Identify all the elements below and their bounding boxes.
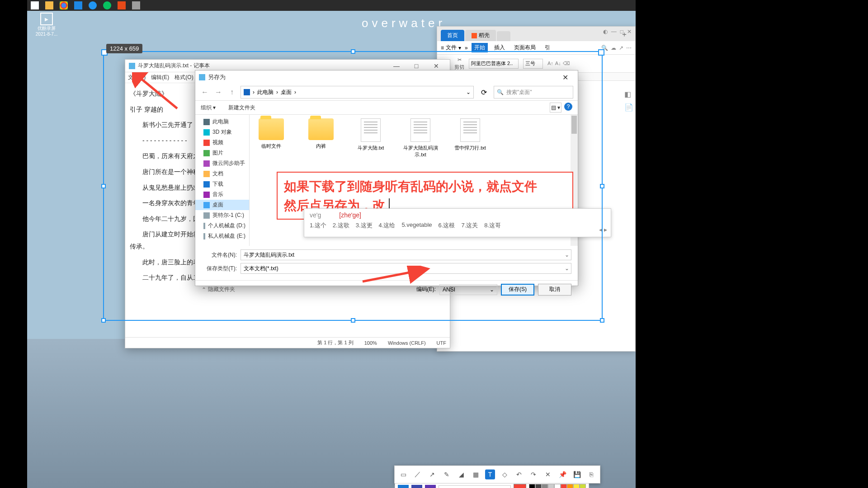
color-swatch[interactable] [580,484,586,488]
ime-candidate[interactable]: 1.这个 [310,221,326,230]
ime-candidate[interactable]: 5.vegetable [401,221,432,230]
tree-item[interactable]: 音乐 [195,189,249,200]
wps-file-menu[interactable]: ≡ 文件 ▾ [441,44,461,52]
wps-tab-ref[interactable]: 引 [542,43,553,52]
search-icon[interactable]: 🔍 [601,45,608,51]
address-bar[interactable]: ›此电脑›桌面› ⌄ [241,86,474,99]
cut-button[interactable]: ✂ 剪切 [454,57,464,70]
ime-candidate[interactable]: 3.这更 [356,221,373,230]
font-shrink-icon[interactable]: A↓ [555,61,561,66]
pin-icon[interactable]: 📌 [557,469,567,479]
ime-candidate[interactable]: 8.这哥 [484,221,501,230]
start-icon[interactable] [31,1,39,9]
help-icon[interactable]: ? [564,103,572,111]
tree-item[interactable]: 个人机械盘 (D:) [195,221,249,231]
wps-max-icon[interactable]: □ [620,28,623,35]
wps-tab-docer[interactable]: 稻壳 [465,30,496,41]
clear-format-icon[interactable]: ⌫ [563,61,570,66]
file-item[interactable]: 内裤 [303,118,339,150]
wps-user-icon[interactable]: ◐ [603,28,608,35]
newfolder-button[interactable]: 新建文件夹 [228,104,255,112]
idm-icon[interactable] [74,1,82,9]
bold-button[interactable]: B [398,485,409,488]
wps-tab-insert[interactable]: 插入 [491,43,508,52]
star-icon[interactable] [89,1,97,9]
wps-tab-start[interactable]: 开始 [472,43,488,52]
save-icon[interactable]: 💾 [572,469,582,479]
color-swatch[interactable] [554,484,561,488]
wechat-icon[interactable] [103,1,111,9]
desktop-shortcut[interactable]: ▶ 优酷录屏 2021-8-7... [33,13,60,37]
file-item[interactable]: 斗罗大陆.txt [353,118,389,151]
ime-candidate[interactable]: 6.这根 [439,221,455,230]
font-grow-icon[interactable]: A↑ [547,61,553,66]
tree-item[interactable]: 3D 对象 [195,127,249,137]
font-select[interactable]: 阿里巴巴普惠体 2.. [469,59,519,69]
mosaic-tool-icon[interactable]: ▦ [471,469,481,479]
view-button[interactable]: ▤ ▾ [550,103,561,113]
arrow-tool-icon[interactable]: ↗ [427,469,437,479]
file-item[interactable]: 斗罗大陆乱码演示.txt [402,118,439,158]
tree-item[interactable]: 此电脑 [195,117,249,127]
chrome-icon[interactable] [60,1,68,9]
more-icon[interactable]: ⋯ [626,45,632,51]
color-swatch[interactable] [529,484,535,488]
tree-item[interactable]: 私人机械盘 (E:) [195,231,249,241]
filename-input[interactable]: 斗罗大陆乱码演示.txt⌄ [241,249,571,260]
wps-tab-layout[interactable]: 页面布局 [511,43,538,52]
snip-font-select[interactable]: 思源黑体 CN Regular▾ [439,485,511,488]
tree-item[interactable]: 下载 [195,179,249,189]
wps-side-icon[interactable]: 📄 [624,103,633,112]
app-icon[interactable] [132,1,140,9]
wps-side-icon[interactable]: ◧ [624,90,633,99]
back-icon[interactable]: ← [200,87,210,97]
tree-item[interactable]: 文档 [195,169,249,179]
ime-candidate[interactable]: 4.这给 [379,221,396,230]
menu-format[interactable]: 格式(O) [175,74,193,81]
filetype-select[interactable]: 文本文档(*.txt)⌄ [241,263,571,274]
color-swatch[interactable] [548,484,554,488]
wps-min-icon[interactable]: — [611,28,617,35]
save-button[interactable]: 保存(S) [501,284,534,296]
ime-next-icon[interactable]: ▸ [604,226,607,233]
color-swatch[interactable] [535,484,542,488]
up-icon[interactable]: ↑ [227,87,237,97]
menu-file[interactable]: 文件(F) [128,74,146,81]
ime-candidate[interactable]: 7.这关 [461,221,478,230]
forward-icon[interactable]: → [213,87,223,97]
hide-files-toggle[interactable]: ⌃ 隐藏文件夹 [202,286,235,293]
color-swatch[interactable] [567,484,573,488]
italic-button[interactable]: I [411,485,422,488]
tree-item[interactable]: 英特尔-1 (C:) [195,210,249,221]
saveas-titlebar[interactable]: 另存为 ✕ [195,70,578,84]
current-color-swatch[interactable] [514,484,526,488]
pen-tool-icon[interactable]: ✎ [442,469,452,479]
close-icon[interactable]: ✕ [556,70,574,84]
tree-item[interactable]: 图片 [195,148,249,158]
organize-button[interactable]: 组织 ▾ [201,104,216,112]
encoding-select[interactable]: ANSI⌄ [439,284,497,295]
tree-item[interactable]: 视频 [195,137,249,148]
share-icon[interactable]: ↗ [619,45,623,51]
search-input[interactable]: 🔍 搜索"桌面" [494,86,573,99]
explorer-icon[interactable] [45,1,53,9]
size-select[interactable]: 三号 [523,59,543,69]
tree-item[interactable]: 微云同步助手 [195,158,249,169]
file-item[interactable]: 雪中悍刀行.txt [452,118,488,151]
rect-tool-icon[interactable]: ▭ [398,469,408,479]
color-swatch[interactable] [542,484,548,488]
fontcolor-button[interactable]: A [425,485,436,488]
redo-icon[interactable]: ↷ [528,469,538,479]
refresh-icon[interactable]: ⟳ [477,86,490,99]
line-tool-icon[interactable]: ／ [413,469,423,479]
menu-edit[interactable]: 编辑(E) [151,74,169,81]
file-item[interactable]: 临时文件 [253,118,289,150]
undo-icon[interactable]: ↶ [514,469,524,479]
wps-close-icon[interactable]: ✕ [627,28,632,35]
color-palette[interactable] [529,484,586,488]
color-swatch[interactable] [573,484,580,488]
ime-prev-icon[interactable]: ◂ [599,226,602,233]
tree-item[interactable]: 桌面 [195,200,249,210]
text-tool-icon[interactable]: T [485,469,495,479]
copy-icon[interactable]: ⎘ [586,469,596,479]
